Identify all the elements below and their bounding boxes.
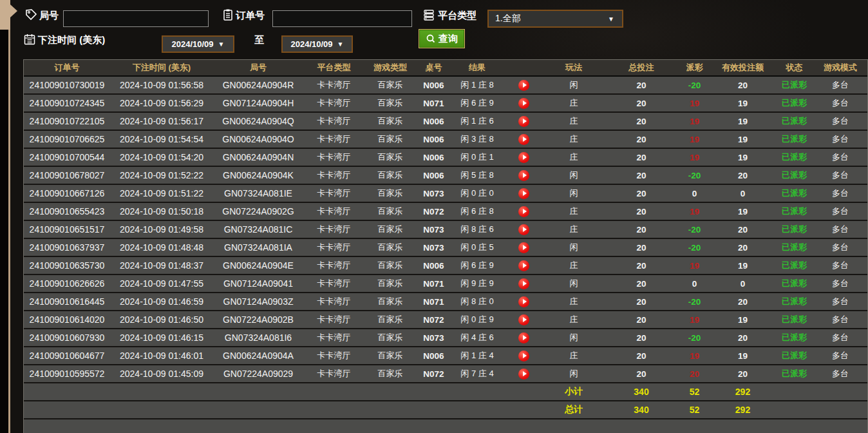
play-video-icon[interactable] xyxy=(518,296,529,307)
play-video-icon[interactable] xyxy=(518,116,529,127)
play-video-icon[interactable] xyxy=(518,351,529,361)
sidebar-collapse-handle[interactable] xyxy=(0,0,10,30)
cell-play-type: 庄 xyxy=(545,151,603,163)
cell-round-number: GN00624A0904Q xyxy=(213,116,303,126)
table-body: 241009010730019 2024-10-09 01:56:58 GN00… xyxy=(24,77,867,383)
play-video-icon[interactable] xyxy=(518,170,529,181)
table-row[interactable]: 241009010616445 2024-10-09 01:46:59 GN07… xyxy=(24,293,867,311)
cell-order-number: 241009010604677 xyxy=(24,351,110,361)
round-number-input[interactable] xyxy=(63,10,209,27)
cell-bet-time: 2024-10-09 01:45:09 xyxy=(110,369,213,379)
cell-payout: 20 xyxy=(680,369,709,379)
date-from-select[interactable]: 2024/10/09 ▼ xyxy=(162,35,234,53)
cell-video xyxy=(503,242,545,253)
cell-table-number: N073 xyxy=(416,243,451,253)
table-row[interactable]: 241009010722105 2024-10-09 01:56:17 GN00… xyxy=(24,113,867,131)
cell-platform: 卡卡湾厅 xyxy=(303,296,364,307)
cell-result: 闲 0 庄 1 xyxy=(451,151,503,163)
table-row[interactable]: 241009010678027 2024-10-09 01:52:22 GN00… xyxy=(24,167,867,185)
cell-video xyxy=(503,206,545,217)
cell-status: 已派彩 xyxy=(777,97,812,109)
play-video-icon[interactable] xyxy=(518,206,529,217)
table-row[interactable]: 241009010614020 2024-10-09 01:46:50 GN07… xyxy=(24,311,867,329)
cell-round-number: GN07324A081IC xyxy=(213,224,303,235)
play-video-icon[interactable] xyxy=(518,369,529,380)
play-video-icon[interactable] xyxy=(518,224,529,235)
header-platform: 平台类型 xyxy=(303,62,364,73)
play-video-icon[interactable] xyxy=(518,134,529,145)
play-video-icon[interactable] xyxy=(518,260,529,271)
play-video-icon[interactable] xyxy=(518,242,529,253)
table-row[interactable]: 241009010655423 2024-10-09 01:50:18 GN07… xyxy=(24,203,867,221)
cell-total-bet: 20 xyxy=(603,351,680,361)
table-row[interactable]: 241009010607930 2024-10-09 01:46:15 GN07… xyxy=(24,329,867,347)
cell-play-type: 闲 xyxy=(545,79,603,91)
play-video-icon[interactable] xyxy=(518,332,529,343)
cell-order-number: 241009010616445 xyxy=(24,296,110,307)
cell-order-number: 241009010614020 xyxy=(24,314,110,325)
cell-video xyxy=(503,278,545,289)
table-row[interactable]: 241009010595572 2024-10-09 01:45:09 GN07… xyxy=(24,365,867,383)
cell-status: 已派彩 xyxy=(777,169,812,181)
cell-game-type: 百家乐 xyxy=(364,296,416,307)
cell-bet-time: 2024-10-09 01:56:29 xyxy=(110,98,213,108)
cell-round-number: GN07124A0904H xyxy=(213,98,303,108)
cell-result: 闲 9 庄 9 xyxy=(451,278,503,289)
table-row[interactable]: 241009010706625 2024-10-09 01:54:54 GN00… xyxy=(24,131,867,149)
table-row[interactable]: 241009010637937 2024-10-09 01:48:48 GN07… xyxy=(24,239,867,257)
cell-game-type: 百家乐 xyxy=(364,206,416,217)
play-video-icon[interactable] xyxy=(518,188,529,199)
cell-status: 已派彩 xyxy=(777,242,812,253)
cell-game-type: 百家乐 xyxy=(364,260,416,271)
cell-total-bet: 20 xyxy=(603,297,680,307)
cell-payout: -20 xyxy=(680,171,709,180)
cell-total-bet: 20 xyxy=(603,261,680,271)
table-row[interactable]: 241009010700544 2024-10-09 01:54:20 GN00… xyxy=(24,149,867,167)
table-row[interactable]: 241009010651517 2024-10-09 01:49:58 GN07… xyxy=(24,221,867,239)
cell-play-type: 庄 xyxy=(545,97,603,109)
date-to-select[interactable]: 2024/10/09 ▼ xyxy=(281,35,353,53)
cell-total-bet: 20 xyxy=(603,189,680,198)
date-to-value: 2024/10/09 xyxy=(291,39,333,49)
query-button[interactable]: 查询 xyxy=(419,29,465,48)
play-video-icon[interactable] xyxy=(518,98,529,109)
sidebar-expand-arrow-icon[interactable] xyxy=(10,5,17,17)
cell-payout: -20 xyxy=(680,243,709,253)
header-result: 结果 xyxy=(451,62,503,73)
play-video-icon[interactable] xyxy=(518,278,529,289)
header-round: 局号 xyxy=(213,62,303,73)
cell-valid-bet: 20 xyxy=(709,243,777,253)
cell-game-type: 百家乐 xyxy=(364,332,416,343)
order-number-input[interactable] xyxy=(272,10,412,27)
subtotal-label: 小计 xyxy=(545,386,603,398)
cell-status: 已派彩 xyxy=(777,350,812,361)
cell-video xyxy=(503,98,545,109)
cell-round-number: GN00624A0904A xyxy=(213,351,303,361)
play-video-icon[interactable] xyxy=(518,314,529,325)
cell-play-type: 庄 xyxy=(545,115,603,127)
platform-type-select[interactable]: 1.全部 ▼ xyxy=(487,10,623,28)
cell-payout: -20 xyxy=(680,225,709,235)
table-row[interactable]: 241009010730019 2024-10-09 01:56:58 GN00… xyxy=(24,77,867,95)
cell-round-number: GN07324A081I6 xyxy=(213,332,303,343)
round-number-label: 局号 xyxy=(39,10,59,22)
cell-platform: 卡卡湾厅 xyxy=(303,115,364,127)
table-row[interactable]: 241009010635730 2024-10-09 01:48:37 GN00… xyxy=(24,257,867,275)
table-row[interactable]: 241009010604677 2024-10-09 01:46:01 GN00… xyxy=(24,347,867,365)
play-video-icon[interactable] xyxy=(518,152,529,163)
cell-bet-time: 2024-10-09 01:50:18 xyxy=(110,206,213,216)
play-video-icon[interactable] xyxy=(518,80,529,91)
cell-play-type: 闲 xyxy=(545,188,603,199)
cell-valid-bet: 0 xyxy=(709,279,777,289)
cell-valid-bet: 20 xyxy=(709,171,777,180)
table-row[interactable]: 241009010626626 2024-10-09 01:47:55 GN07… xyxy=(24,275,867,293)
cell-table-number: N006 xyxy=(416,81,451,90)
cell-play-type: 庄 xyxy=(545,350,603,361)
header-total-bet: 总投注 xyxy=(603,62,680,73)
subtotal-payout: 52 xyxy=(680,387,709,397)
cell-play-type: 闲 xyxy=(545,242,603,253)
table-row[interactable]: 241009010667126 2024-10-09 01:51:22 GN07… xyxy=(24,185,867,203)
cell-payout: 19 xyxy=(680,99,709,108)
cell-valid-bet: 19 xyxy=(709,135,777,144)
table-row[interactable]: 241009010724345 2024-10-09 01:56:29 GN07… xyxy=(24,95,867,113)
